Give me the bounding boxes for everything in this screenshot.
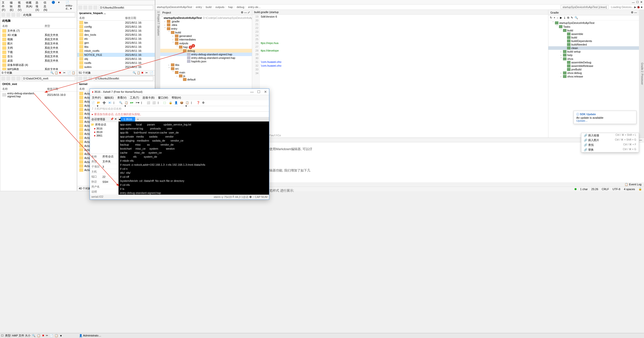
file-row[interactable]: bin2021/8/11 16: — [77, 21, 155, 25]
xshell-toolbar[interactable]: 📄📂▾➕📧|🔍📋▾●▾✂▾|⬜⬜|⬚🔒👤📦📋▾|❓⚙ — [90, 100, 269, 106]
sdk-link[interactable]: Update... — [576, 119, 634, 122]
window-max-icon[interactable]: ☐ — [636, 1, 639, 4]
menu-item[interactable]: 帮助(H) — [172, 96, 181, 100]
toolbar-3[interactable] — [0, 76, 77, 81]
file-row[interactable]: 图片系统文件夹 — [0, 41, 77, 46]
menu-item[interactable]: 收藏夹(A) — [26, 1, 32, 11]
menu-item[interactable]: 工具(T) — [130, 96, 139, 100]
file-list-1[interactable]: 文件夹 (7)3D 对象系统文件夹视频系统文件夹图片系统文件夹文档系统文件夹下载… — [0, 29, 77, 70]
session-item[interactable]: ● 3518 — [90, 130, 118, 134]
max-icon[interactable]: ☐ — [257, 90, 260, 94]
ctx-item[interactable]: 🔗 查找Ctrl / ⌘ + F — [581, 143, 639, 147]
session-item[interactable]: ● 3516 — [90, 127, 118, 130]
file-row[interactable]: gen2021/8/11 16: — [77, 41, 155, 45]
file-row[interactable]: 桌面系统文件夹 — [0, 59, 77, 63]
tree-node[interactable]: ˅src — [160, 67, 252, 70]
project-tab[interactable]: Project — [162, 11, 171, 14]
gradle-node[interactable]: ›build setup — [548, 50, 639, 53]
tree-node[interactable]: ›generated — [160, 34, 252, 38]
file-row[interactable]: 文档系统文件夹 — [0, 46, 77, 50]
menu-item[interactable]: 选项卡(B) — [142, 96, 155, 100]
gradle-node[interactable]: assembleRelease — [548, 64, 639, 68]
file-list-2[interactable]: bin2021/8/11 16:config2021/8/11 16:data2… — [77, 21, 155, 70]
menu-item[interactable]: 文件(F) — [92, 96, 101, 100]
tree-node[interactable]: default — [160, 78, 252, 81]
crumb[interactable]: hap — [228, 6, 233, 9]
tree-node[interactable]: ˅outputs — [160, 41, 252, 45]
crumb[interactable]: entry — [196, 6, 202, 9]
menu-item[interactable]: 窗口(W) — [158, 96, 168, 100]
file-row[interactable]: 设备和驱动器 (4) — [0, 63, 77, 67]
tree-node[interactable]: entry-debug-standard-signed.hap — [160, 53, 252, 56]
gradle-node[interactable]: preBuild — [548, 68, 639, 71]
crumb[interactable]: startupSysDeviceInfoApiTest — [157, 6, 192, 9]
gradle-node[interactable]: ˅Tasks — [548, 25, 639, 28]
xshell-window[interactable]: ● 3516 - Xshell 7 (Free for Home/School)… — [90, 89, 269, 200]
explorer-menubar[interactable]: 文件(F)编辑(E)视图(V)收藏夹(A)选项(X)信息(N)🔵▾📄 entry… — [0, 0, 77, 12]
col[interactable]: 名称 — [79, 16, 125, 20]
col[interactable]: 名称 — [2, 87, 47, 91]
context-menu[interactable]: 🔗 插入链接Ctrl / ⌘ + Shift + L🔗 插入图片Ctrl / ⌘… — [581, 133, 639, 152]
gradle-toolbar[interactable]: ↻+–▶⤓⧉✎🔍 — [548, 15, 639, 20]
tree-node[interactable]: ˅main — [160, 70, 252, 74]
ctx-item[interactable]: 🔗 插入图片Ctrl / ⌘ + Shift + G — [581, 138, 639, 143]
crumb[interactable]: debug — [237, 6, 244, 9]
file-row[interactable]: mksh_rootfs2021/8/11 16: — [77, 49, 155, 53]
addr-combo[interactable] — [22, 13, 75, 17]
tree-node[interactable]: ˅build — [160, 30, 252, 34]
terminal[interactable]: app-asec local param update_service_log.… — [119, 121, 269, 195]
gradle-node[interactable]: assemble — [548, 32, 639, 36]
file-row[interactable]: dev_tools2021/8/11 16: — [77, 33, 155, 37]
ctx-item[interactable]: 🔗 替换Ctrl / ⌘ + G — [581, 147, 639, 152]
gradle-node[interactable]: ˅ohos — [548, 57, 639, 61]
menu-item[interactable]: 编辑(E) — [10, 1, 15, 11]
gradle-node[interactable]: build — [548, 36, 639, 39]
stop-icon[interactable]: ■ — [641, 6, 642, 9]
min-icon[interactable]: — — [250, 90, 254, 94]
editor-tab[interactable]: build.gradle (startup — [252, 10, 548, 15]
menu-item[interactable]: 信息(N) — [44, 1, 49, 11]
file-row[interactable]: suites2021/8/11 16: — [77, 65, 155, 69]
lock-icon[interactable]: 🔒 — [638, 187, 642, 191]
term-tab[interactable]: 1 3516 — [121, 117, 135, 121]
file-row[interactable]: data2021/8/11 16: — [77, 29, 155, 33]
xshell-menubar[interactable]: 文件(F)编辑(E)查看(V)工具(T)选项卡(B)窗口(W)帮助(H) — [90, 95, 269, 100]
status-crlf[interactable]: CRLF — [602, 188, 609, 191]
event-log[interactable]: 📋 Event Log — [625, 183, 641, 186]
file-row[interactable]: NOTICE_FILE2021/8/11 16: — [77, 53, 155, 57]
tree-node[interactable]: ›.idea — [160, 23, 252, 27]
gradle-node[interactable]: ˅startupSysDeviceInfoApiTest — [548, 21, 639, 25]
file-row[interactable]: etc2021/8/11 16: — [77, 37, 155, 41]
tree-node[interactable]: ›intermediates — [160, 38, 252, 41]
addr-3[interactable] — [22, 76, 75, 81]
menu-item[interactable]: 文件(F) — [2, 1, 7, 11]
session-list[interactable]: 📁 所有会话● 3516● 3518● 3861 — [90, 122, 118, 154]
tree-node[interactable]: ›js — [160, 74, 252, 78]
addr-2[interactable] — [99, 5, 153, 10]
session-item[interactable]: ● 3861 — [90, 134, 118, 137]
file-row[interactable]: libs2021/8/11 16: — [77, 45, 155, 49]
tree-node[interactable]: ›.gradle — [160, 20, 252, 23]
status-enc[interactable]: UTF-8 — [613, 188, 620, 191]
gradle-node[interactable]: ›ohos:release — [548, 75, 639, 78]
gradle-node[interactable]: buildDependents — [548, 39, 639, 43]
tree-node[interactable]: ›libs — [160, 63, 252, 67]
file-list-3[interactable]: entry-debug-standard-signed.hap2021/8/15… — [0, 92, 77, 191]
run-config[interactable]: startupSysDeviceInfoApiTest [clean] — [561, 5, 608, 9]
file-row[interactable]: 音乐系统文件夹 — [0, 54, 77, 59]
crumb[interactable]: entry-de... — [248, 6, 261, 9]
col[interactable]: 修改日期 — [47, 87, 75, 91]
tree-node[interactable]: entry-debug-standard-unsigned.hap — [160, 56, 252, 60]
file-row[interactable]: WPS网盘系统文件夹 — [0, 67, 77, 70]
window-close-icon[interactable]: ✕ — [640, 1, 642, 4]
crumb[interactable]: build — [206, 6, 211, 9]
addr-4[interactable] — [94, 76, 153, 81]
tree-node[interactable]: ˅entry — [160, 27, 252, 30]
col-type[interactable]: 类型 — [45, 24, 75, 28]
explorer-toolbar[interactable] — [0, 12, 77, 18]
gradle-node[interactable]: buildNeeded — [548, 43, 639, 46]
menu-item[interactable]: 视图(V) — [18, 1, 23, 11]
tab-add[interactable]: + — [135, 117, 141, 121]
gradle-node[interactable]: assembleDebug — [548, 61, 639, 64]
menu-item[interactable]: 选项(X) — [35, 1, 41, 11]
